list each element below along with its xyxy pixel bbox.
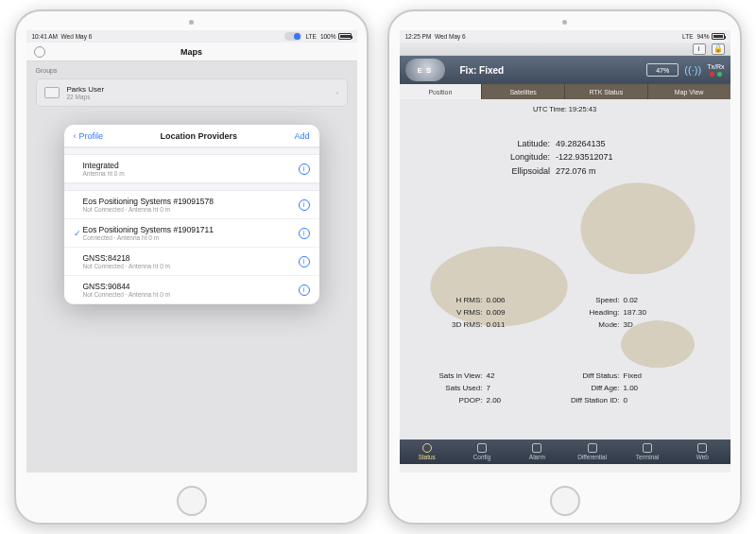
checkmark-icon: ✓	[74, 229, 83, 238]
provider-section-integrated: ✓IntegratedAntenna ht 0 mi	[64, 155, 319, 183]
ipad-left: 10:41 AM Wed May 6 LTE 100% Maps Groups …	[14, 9, 369, 525]
battery-icon: 100%	[320, 33, 352, 40]
info-icon[interactable]: i	[299, 284, 310, 296]
toggle-icon	[284, 32, 301, 41]
back-button[interactable]: ‹ Profile	[74, 131, 104, 141]
status-time: 10:41 AM Wed May 6	[32, 33, 93, 40]
fix-status: Fix: Fixed	[460, 65, 505, 76]
web-icon	[697, 443, 707, 453]
terminal-icon	[643, 443, 652, 453]
utc-time: UTC Time: 19:25:43	[400, 105, 730, 113]
bluetooth-icon: ((·))	[684, 61, 701, 78]
profile-icon[interactable]	[34, 46, 45, 58]
home-button[interactable]	[550, 486, 580, 516]
info-icon[interactable]: i	[299, 199, 310, 211]
metrics-block-2: Sats in View:42Sats Used:7PDOP:2.00Diff …	[428, 371, 702, 405]
screen-right: 12:25 PM Wed May 6 LTE 94% i 🔒 E S Fix: …	[400, 30, 730, 473]
provider-row[interactable]: ✓GNSS:84218Not Connected · Antenna ht 0 …	[64, 248, 319, 276]
provider-row[interactable]: ✓GNSS:90844Not Connected · Antenna ht 0 …	[64, 276, 319, 304]
status-strip: E S Fix: Fixed 47% ((·)) Tx/Rx	[400, 56, 730, 84]
provider-subtitle: Not Connected · Antenna ht 0 m	[83, 263, 299, 269]
eos-logo: E S	[405, 59, 445, 81]
app-toolbar: i 🔒	[400, 43, 730, 56]
tab-rtk-status[interactable]: RTK Status	[565, 84, 648, 99]
txrx-indicator: Tx/Rx	[707, 63, 724, 77]
coordinates: Latitude:49.28264135 Longitude:-122.9351…	[400, 137, 730, 178]
metric-pair: Sats Used:7	[428, 384, 565, 392]
metric-pair: PDOP:2.00	[428, 396, 565, 405]
provider-title: GNSS:84218	[83, 253, 299, 263]
metric-pair: 3D RMS:0.011	[428, 320, 565, 329]
metric-pair: Mode:3D	[565, 320, 702, 329]
camera-dot	[189, 20, 194, 25]
alarm-icon	[532, 443, 541, 453]
provider-subtitle: Not Connected · Antenna ht 0 m	[83, 291, 299, 298]
differential-icon	[588, 443, 597, 453]
provider-subtitle: Antenna ht 0 m	[83, 170, 299, 177]
nav-title: Maps	[180, 47, 202, 57]
carrier-label: LTE	[305, 33, 316, 40]
modal-title: Location Providers	[160, 131, 237, 141]
nav-status[interactable]: Status	[400, 439, 455, 464]
battery-icon: 94%	[696, 33, 724, 40]
modal-header: ‹ Profile Location Providers Add	[64, 125, 319, 147]
provider-title: Eos Positioning Systems #19091711	[83, 225, 299, 234]
tab-satellites[interactable]: Satellites	[482, 84, 565, 99]
metric-pair: Speed:0.02	[565, 296, 702, 304]
provider-section-external: ✓Eos Positioning Systems #19091578Not Co…	[64, 191, 319, 304]
info-icon[interactable]: i	[299, 228, 310, 239]
provider-row[interactable]: ✓IntegratedAntenna ht 0 mi	[64, 155, 319, 183]
position-panel: UTC Time: 19:25:43 Latitude:49.28264135 …	[400, 99, 730, 439]
bottom-nav: StatusConfigAlarmDifferentialTerminalWeb	[400, 439, 730, 464]
tab-map-view[interactable]: Map View	[648, 84, 730, 99]
provider-row[interactable]: ✓Eos Positioning Systems #19091711Connec…	[64, 219, 319, 248]
provider-row[interactable]: ✓Eos Positioning Systems #19091578Not Co…	[64, 191, 319, 219]
metric-pair: H RMS:0.006	[428, 296, 565, 304]
nav-terminal[interactable]: Terminal	[620, 439, 675, 464]
lock-button[interactable]: 🔒	[712, 43, 725, 55]
screen-left: 10:41 AM Wed May 6 LTE 100% Maps Groups …	[26, 30, 357, 473]
add-button[interactable]: Add	[294, 131, 309, 141]
device-battery: 47%	[646, 63, 679, 77]
provider-subtitle: Connected · Antenna ht 0 m	[83, 234, 299, 241]
home-button[interactable]	[177, 486, 207, 516]
info-icon[interactable]: i	[299, 256, 310, 267]
config-icon	[477, 443, 487, 453]
location-providers-modal: ‹ Profile Location Providers Add ✓Integr…	[64, 125, 319, 304]
navbar: Maps	[26, 43, 357, 61]
tab-bar: PositionSatellitesRTK StatusMap View	[400, 84, 730, 99]
nav-differential[interactable]: Differential	[564, 439, 619, 464]
nav-web[interactable]: Web	[675, 439, 730, 464]
ios-statusbar: 12:25 PM Wed May 6 LTE 94%	[400, 30, 730, 43]
info-button[interactable]: i	[693, 43, 706, 55]
metric-pair: Sats in View:42	[428, 371, 565, 380]
status-time: 12:25 PM Wed May 6	[405, 33, 466, 40]
status-icon	[422, 443, 432, 453]
metric-pair: Diff Station ID:0	[565, 396, 702, 405]
tab-position[interactable]: Position	[400, 84, 483, 99]
metric-pair: Heading:187.30	[565, 308, 702, 317]
metrics-block-1: H RMS:0.006V RMS:0.0093D RMS:0.011Speed:…	[428, 296, 702, 329]
carrier-label: LTE	[682, 33, 693, 40]
provider-title: Eos Positioning Systems #19091578	[83, 197, 299, 206]
metric-pair: V RMS:0.009	[428, 308, 565, 317]
camera-dot	[562, 20, 567, 25]
ios-statusbar: 10:41 AM Wed May 6 LTE 100%	[26, 30, 357, 43]
provider-subtitle: Not Connected · Antenna ht 0 m	[83, 206, 299, 213]
nav-config[interactable]: Config	[455, 439, 509, 464]
provider-title: GNSS:90844	[83, 282, 299, 291]
metric-pair: Diff Status:Fixed	[565, 371, 702, 380]
nav-alarm[interactable]: Alarm	[509, 439, 564, 464]
ipad-right: 12:25 PM Wed May 6 LTE 94% i 🔒 E S Fix: …	[387, 9, 742, 525]
metric-pair: Diff Age:1.00	[565, 384, 702, 392]
provider-title: Integrated	[83, 161, 299, 170]
info-icon[interactable]: i	[299, 164, 310, 175]
